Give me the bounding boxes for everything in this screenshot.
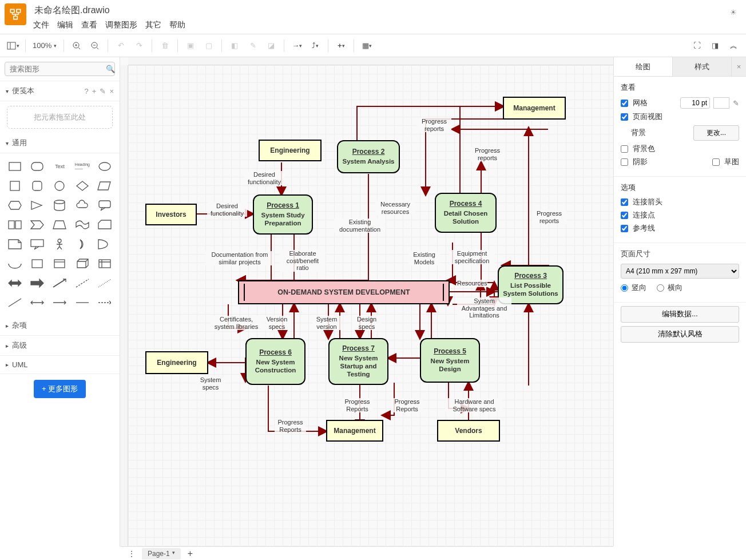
menu-adjust[interactable]: 调整图形 bbox=[105, 20, 137, 30]
to-back-icon[interactable]: ▢ bbox=[201, 38, 217, 54]
shape-diamond[interactable] bbox=[72, 177, 92, 194]
shape-card[interactable] bbox=[95, 216, 115, 233]
general-header[interactable]: ▾ 通用 bbox=[0, 133, 120, 153]
delete-icon[interactable]: 🗑 bbox=[157, 38, 173, 54]
node-process-1[interactable]: Process 1System Study Preparation bbox=[253, 194, 313, 235]
zoom-in-icon[interactable] bbox=[69, 38, 85, 54]
menu-view[interactable]: 查看 bbox=[81, 20, 97, 30]
scratchpad-dropzone[interactable]: 把元素拖至此处 bbox=[7, 106, 113, 129]
shape-line-dot[interactable] bbox=[95, 275, 115, 292]
shape-tape[interactable] bbox=[72, 216, 92, 233]
node-process-2[interactable]: Process 2System Analysis bbox=[337, 140, 400, 173]
shape-doc[interactable] bbox=[5, 216, 25, 233]
theme-toggle-icon[interactable]: ☀ bbox=[725, 3, 741, 21]
collapse-icon[interactable]: ︽ bbox=[725, 38, 741, 54]
undo-icon[interactable]: ↶ bbox=[113, 38, 129, 54]
shape-conn-bi[interactable] bbox=[27, 294, 47, 311]
node-process-5[interactable]: Process 5New System Design bbox=[420, 338, 480, 383]
portrait-radio[interactable] bbox=[621, 284, 628, 292]
shape-square[interactable] bbox=[5, 177, 25, 194]
shape-arrowbi[interactable] bbox=[5, 275, 25, 292]
shape-roundrect[interactable] bbox=[27, 158, 47, 175]
landscape-radio[interactable] bbox=[657, 284, 664, 292]
edit-data-button[interactable]: 编辑数据... bbox=[621, 306, 739, 323]
misc-header[interactable]: ▸杂项 bbox=[0, 316, 120, 336]
shape-textbox[interactable]: Heading—— bbox=[72, 158, 92, 175]
node-process-7[interactable]: Process 7New System Startup and Testing bbox=[328, 338, 388, 385]
shape-datastore[interactable] bbox=[27, 255, 47, 272]
arrows-checkbox[interactable] bbox=[621, 198, 628, 206]
shape-moon[interactable] bbox=[72, 236, 92, 253]
points-checkbox[interactable] bbox=[621, 212, 628, 219]
shape-conn-line[interactable] bbox=[72, 294, 92, 311]
shape-text[interactable]: Text bbox=[50, 158, 70, 175]
shape-trap[interactable] bbox=[50, 216, 70, 233]
insert-icon[interactable]: + ▾ bbox=[333, 38, 349, 54]
more-shapes-button[interactable]: + 更多图形 bbox=[34, 380, 86, 398]
connection-icon[interactable]: → ▾ bbox=[289, 38, 305, 54]
to-front-icon[interactable]: ▣ bbox=[182, 38, 199, 54]
shape-circle[interactable] bbox=[50, 177, 70, 194]
shape-parallel[interactable] bbox=[95, 177, 115, 194]
shape-callout[interactable] bbox=[95, 197, 115, 214]
shape-cloud[interactable] bbox=[72, 197, 92, 214]
shape-arrow[interactable] bbox=[27, 275, 47, 292]
menu-file[interactable]: 文件 bbox=[33, 20, 49, 30]
scratchpad-header[interactable]: ▾ 便笺本 ?+✎× bbox=[0, 81, 120, 101]
shape-cyl[interactable] bbox=[50, 197, 70, 214]
help-icon[interactable]: ? bbox=[85, 87, 89, 96]
node-vendors[interactable]: Vendors bbox=[437, 420, 500, 442]
bgcolor-checkbox[interactable] bbox=[621, 145, 628, 153]
change-bg-button[interactable]: 更改... bbox=[693, 125, 739, 141]
pageview-checkbox[interactable] bbox=[621, 113, 628, 121]
shape-internal[interactable] bbox=[95, 255, 115, 272]
shape-note[interactable] bbox=[5, 236, 25, 253]
clear-default-button[interactable]: 清除默认风格 bbox=[621, 326, 739, 343]
shape-line[interactable] bbox=[5, 294, 25, 311]
zoom-level[interactable]: 100% ▾ bbox=[30, 41, 59, 50]
line-color-icon[interactable]: ✎ bbox=[245, 38, 261, 54]
grid-checkbox[interactable] bbox=[621, 100, 628, 107]
menu-edit[interactable]: 编辑 bbox=[57, 20, 73, 30]
advanced-header[interactable]: ▸高级 bbox=[0, 336, 120, 356]
node-investors[interactable]: Investors bbox=[145, 204, 197, 225]
canvas[interactable]: Investors Engineering Management Enginee… bbox=[120, 57, 613, 546]
pagesize-select[interactable]: A4 (210 mm x 297 mm) bbox=[621, 264, 739, 279]
shape-conn-dash[interactable] bbox=[95, 294, 115, 311]
node-process-4[interactable]: Process 4Detail Chosen Solution bbox=[435, 193, 497, 233]
fullscreen-icon[interactable]: ⛶ bbox=[689, 38, 705, 54]
shape-rsquare[interactable] bbox=[27, 177, 47, 194]
node-management[interactable]: Management bbox=[503, 97, 566, 120]
shape-ellipse[interactable] bbox=[95, 158, 115, 175]
shadow-checkbox[interactable] bbox=[621, 158, 628, 166]
shape-hex[interactable] bbox=[5, 197, 25, 214]
guides-checkbox[interactable] bbox=[621, 225, 628, 232]
close-icon[interactable]: × bbox=[109, 87, 114, 96]
shape-link[interactable] bbox=[50, 275, 70, 292]
app-logo[interactable] bbox=[5, 3, 26, 25]
menu-other[interactable]: 其它 bbox=[145, 20, 161, 30]
page-tab[interactable]: Page-1▾ bbox=[142, 548, 181, 559]
node-management-2[interactable]: Management bbox=[326, 420, 383, 442]
node-ondemand[interactable]: ON-DEMAND SYSTEM DEVELOPMENT bbox=[238, 280, 450, 304]
shape-actor[interactable] bbox=[50, 236, 70, 253]
shape-tri[interactable] bbox=[27, 197, 47, 214]
uml-header[interactable]: ▸UML bbox=[0, 356, 120, 374]
close-panel-icon[interactable]: × bbox=[731, 57, 746, 76]
menu-help[interactable]: 帮助 bbox=[169, 20, 185, 30]
table-icon[interactable]: ▦ ▾ bbox=[359, 38, 375, 54]
tab-style[interactable]: 样式 bbox=[672, 57, 731, 76]
pages-menu-icon[interactable]: ⋮ bbox=[125, 550, 138, 558]
add-icon[interactable]: + bbox=[92, 87, 97, 96]
sketch-checkbox[interactable] bbox=[712, 158, 720, 166]
search-input[interactable]: 🔍 bbox=[5, 62, 115, 76]
shape-conn-arrow[interactable] bbox=[50, 294, 70, 311]
shape-and[interactable] bbox=[5, 255, 25, 272]
shape-line-dash[interactable] bbox=[72, 275, 92, 292]
grid-color-swatch[interactable] bbox=[713, 97, 729, 109]
shape-callout2[interactable] bbox=[27, 236, 47, 253]
shape-cube[interactable] bbox=[72, 255, 92, 272]
add-page-icon[interactable]: + bbox=[184, 549, 196, 559]
document-title[interactable]: 未命名绘图.drawio bbox=[33, 3, 725, 20]
redo-icon[interactable]: ↷ bbox=[131, 38, 147, 54]
